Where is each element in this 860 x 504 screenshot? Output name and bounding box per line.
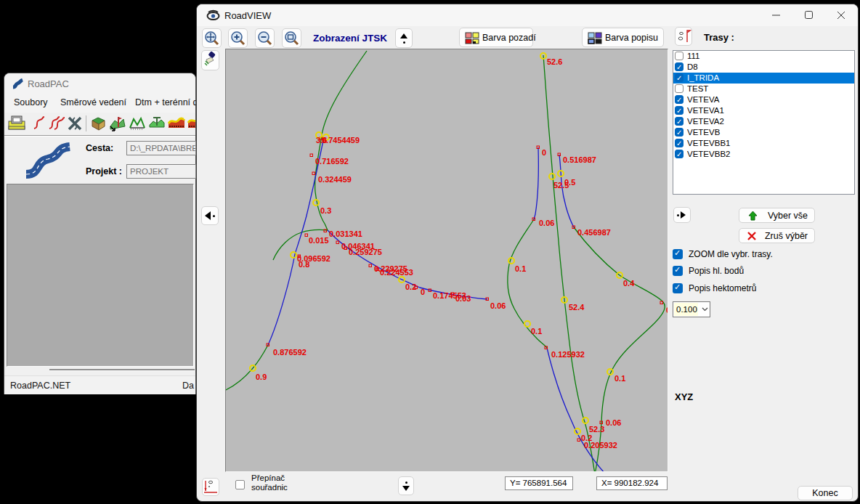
interchange-icon[interactable] bbox=[66, 115, 84, 132]
terrain-layers2-icon[interactable] bbox=[187, 115, 195, 132]
route-item-VETEVBB2[interactable]: ✓VETEVBB2 bbox=[673, 149, 854, 160]
terrain-3d-icon[interactable] bbox=[89, 115, 107, 132]
station-label: 0.015 bbox=[309, 236, 329, 245]
station-label: 0.324459 bbox=[318, 175, 352, 184]
background-color-button[interactable]: Barva pozadí bbox=[459, 28, 533, 47]
option-label: ZOOM dle vybr. trasy. bbox=[689, 249, 773, 259]
blue-alignment-curve bbox=[559, 155, 574, 227]
zoom-in-button[interactable] bbox=[228, 28, 248, 48]
terrain-layers-icon[interactable] bbox=[168, 115, 185, 132]
roadview-titlebar[interactable]: RoadVIEW bbox=[197, 4, 858, 26]
route-item-VETEVB[interactable]: ✓VETEVB bbox=[673, 127, 854, 138]
route-checkbox[interactable] bbox=[675, 52, 683, 60]
zoom-out-button[interactable] bbox=[255, 28, 275, 48]
route-item-VETEVBB1[interactable]: ✓VETEVBB1 bbox=[673, 138, 854, 149]
x-coordinate-field: X= 990182.924 bbox=[596, 476, 668, 490]
option-checkbox[interactable]: ✓ bbox=[673, 266, 683, 276]
zoom-window-button[interactable] bbox=[282, 28, 301, 48]
cesta-input[interactable]: D:\_RPDATA\BRE bbox=[126, 141, 196, 155]
station-label: 0.1 bbox=[515, 264, 526, 273]
route-item-D8[interactable]: ✓D8 bbox=[673, 62, 854, 73]
roadpac-logo bbox=[23, 142, 73, 179]
coord-toggle-label1: Přepínač bbox=[251, 473, 285, 482]
minimize-button[interactable] bbox=[760, 4, 792, 26]
map-canvas[interactable]: 52.63.60.74544590.7165920.3244590.30.031… bbox=[225, 49, 668, 472]
roadpac-menubar: Soubory Směrové vedení Dtm + terénní da bbox=[4, 94, 195, 113]
route-checkbox[interactable]: ✓ bbox=[675, 95, 683, 104]
station-label: 0.259275 bbox=[349, 248, 382, 256]
routes-listbox: 111✓D8✓I_TRIDATEST✓VETEVA✓VETEVA1✓VETEVA… bbox=[673, 50, 855, 195]
plot-icon[interactable] bbox=[8, 115, 25, 132]
routes-button[interactable] bbox=[675, 27, 692, 46]
menu-soubory[interactable]: Soubory bbox=[14, 97, 48, 107]
select-all-button[interactable]: Vyber vše bbox=[739, 208, 815, 223]
next-route-button[interactable] bbox=[673, 207, 691, 223]
double-s-curve-icon[interactable] bbox=[48, 115, 65, 132]
routes-label: Trasy : bbox=[704, 32, 734, 43]
route-item-111[interactable]: 111 bbox=[673, 51, 854, 62]
station-label: 0.224553 bbox=[380, 268, 413, 277]
terrain-axis-icon[interactable] bbox=[109, 115, 126, 132]
route-label: VETEVB bbox=[687, 128, 720, 137]
zoom-extents-button[interactable] bbox=[202, 28, 222, 48]
route-item-TEST[interactable]: TEST bbox=[673, 84, 854, 94]
interval-value: 0.100 bbox=[674, 303, 698, 316]
route-checkbox[interactable]: ✓ bbox=[675, 73, 683, 82]
station-label: 0.8 bbox=[299, 260, 309, 269]
roadview-app-icon bbox=[206, 9, 220, 23]
station-label: 0.1 bbox=[614, 374, 625, 383]
route-checkbox[interactable] bbox=[675, 84, 683, 93]
route-checkbox[interactable]: ✓ bbox=[675, 117, 683, 126]
cross-section-icon[interactable] bbox=[148, 115, 166, 132]
route-item-VETEVA2[interactable]: ✓VETEVA2 bbox=[673, 116, 854, 127]
menu-dtm[interactable]: Dtm + terénní da bbox=[135, 97, 203, 107]
axis-button[interactable] bbox=[202, 478, 219, 496]
station-point-square bbox=[577, 439, 580, 442]
route-label: VETEVA2 bbox=[687, 117, 724, 126]
redraw-brush-button[interactable] bbox=[201, 50, 219, 70]
deselect-button[interactable]: Zruš výběr bbox=[739, 228, 815, 243]
maximize-button[interactable] bbox=[792, 4, 825, 26]
deselect-label: Zruš výběr bbox=[765, 231, 808, 241]
station-label: 0 bbox=[666, 306, 668, 314]
menu-smerove-vedeni[interactable]: Směrové vedení bbox=[60, 97, 126, 107]
axis-icon bbox=[203, 479, 219, 495]
close-button[interactable] bbox=[825, 4, 858, 26]
green-up-arrow-icon bbox=[748, 211, 758, 221]
caption-color-button[interactable]: Barva popisu bbox=[582, 28, 664, 47]
option-checkbox[interactable]: ✓ bbox=[673, 283, 683, 293]
interval-combobox[interactable]: 0.100 bbox=[673, 301, 710, 317]
roadpac-titlebar[interactable]: RoadPAC bbox=[4, 73, 195, 94]
station-label: 52.3 bbox=[589, 425, 604, 434]
route-item-VETEVA[interactable]: ✓VETEVA bbox=[673, 94, 854, 105]
route-item-VETEVA1[interactable]: ✓VETEVA1 bbox=[673, 105, 854, 116]
caption-color-icon bbox=[588, 32, 602, 44]
xyz-label: XYZ bbox=[675, 391, 693, 402]
roadpac-content-area bbox=[7, 184, 194, 367]
s-curve-icon[interactable] bbox=[31, 115, 49, 132]
option-checkbox[interactable]: ✓ bbox=[673, 249, 683, 259]
profile-icon[interactable] bbox=[129, 115, 146, 132]
projekt-input[interactable]: PROJEKT bbox=[126, 164, 196, 179]
route-checkbox[interactable]: ✓ bbox=[675, 62, 683, 71]
roadview-window: RoadVIEW bbox=[196, 4, 859, 502]
route-label: VETEVBB1 bbox=[687, 139, 730, 147]
station-label: 0.456987 bbox=[577, 228, 611, 237]
route-checkbox[interactable]: ✓ bbox=[675, 139, 683, 147]
station-label: 0.3 bbox=[320, 206, 331, 215]
route-checkbox[interactable]: ✓ bbox=[675, 106, 683, 115]
route-item-I_TRIDA[interactable]: ✓I_TRIDA bbox=[673, 73, 854, 84]
coord-toggle-checkbox[interactable] bbox=[235, 480, 245, 489]
route-label: TEST bbox=[687, 84, 708, 93]
route-checkbox[interactable]: ✓ bbox=[675, 128, 683, 137]
spinner-down-button[interactable] bbox=[398, 476, 414, 495]
konec-button[interactable]: Konec bbox=[798, 486, 853, 500]
collapse-panel-button[interactable] bbox=[201, 206, 219, 225]
toolbar-separator bbox=[86, 115, 86, 131]
route-label: I_TRIDA bbox=[687, 73, 719, 82]
roadpac-splitter[interactable] bbox=[49, 369, 195, 371]
roadpac-title: RoadPAC bbox=[28, 78, 69, 89]
station-label: 52.4 bbox=[569, 303, 585, 312]
route-checkbox[interactable]: ✓ bbox=[675, 150, 683, 158]
spinner-up-button[interactable] bbox=[395, 28, 413, 48]
